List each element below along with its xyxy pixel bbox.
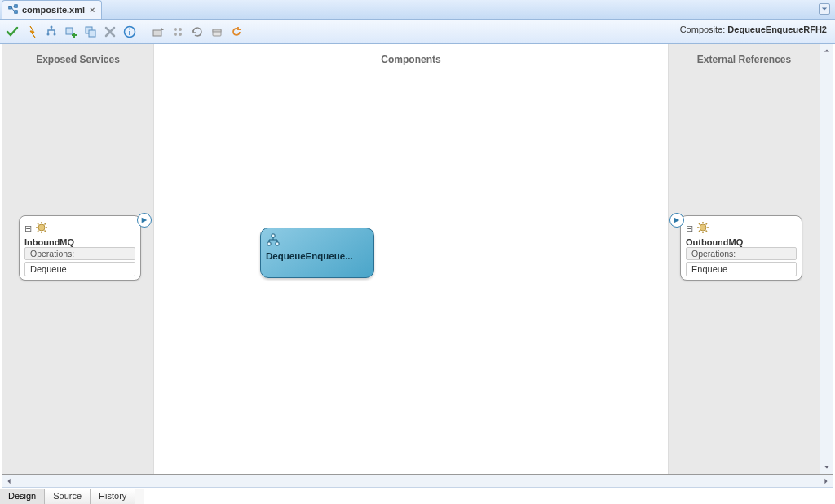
external-references-title: External References xyxy=(669,44,820,75)
svg-rect-20 xyxy=(272,234,275,237)
outbound-reference-box[interactable]: ⊟ OutboundMQ Operations: Enqueue xyxy=(680,215,802,281)
svg-point-15 xyxy=(174,33,177,36)
delete-button[interactable] xyxy=(103,24,117,39)
bpel-component-label: DequeueEnqueue... xyxy=(266,251,353,261)
scroll-down-arrow[interactable] xyxy=(820,461,833,474)
file-tab-label: composite.xml xyxy=(22,5,85,15)
adapter-gear-icon xyxy=(696,221,709,236)
outbound-ops-header: Operations: xyxy=(686,247,797,260)
outbound-reference-name: OutboundMQ xyxy=(686,237,797,247)
revert-button[interactable] xyxy=(229,24,244,39)
add-service-button[interactable] xyxy=(64,24,78,39)
composite-file-icon xyxy=(7,3,19,16)
horizontal-scrollbar[interactable] xyxy=(2,475,833,488)
editor-view-tabs: Design Source History xyxy=(0,489,144,504)
svg-rect-21 xyxy=(267,242,271,245)
svg-point-5 xyxy=(54,33,56,35)
vertical-scrollbar[interactable] xyxy=(820,44,833,474)
collapse-toggle[interactable]: ⊟ xyxy=(686,223,693,234)
refresh-button[interactable] xyxy=(190,24,205,39)
svg-point-14 xyxy=(179,28,182,31)
composite-prefix: Composite: xyxy=(680,24,726,34)
svg-rect-6 xyxy=(66,28,73,34)
bpel-component[interactable]: DequeueEnqueue... xyxy=(260,228,374,278)
exposed-services-lane[interactable]: Exposed Services ⊟ InboundMQ Operations:… xyxy=(2,44,154,474)
swimlanes: Exposed Services ⊟ InboundMQ Operations:… xyxy=(2,44,820,474)
composite-name: DequeueEnqueueRFH2 xyxy=(727,24,827,34)
svg-rect-0 xyxy=(9,7,12,10)
inbound-service-name: InboundMQ xyxy=(24,237,135,247)
tab-history[interactable]: History xyxy=(91,489,135,504)
copy-button[interactable] xyxy=(83,24,98,39)
svg-rect-18 xyxy=(213,29,221,32)
composite-editor: composite.xml × xyxy=(0,0,835,504)
bpel-process-icon xyxy=(266,233,369,250)
svg-point-23 xyxy=(700,224,706,231)
outbound-operation[interactable]: Enqueue xyxy=(686,262,797,276)
svg-point-4 xyxy=(47,33,50,35)
scroll-up-arrow[interactable] xyxy=(820,44,833,57)
design-canvas[interactable]: Exposed Services ⊟ InboundMQ Operations:… xyxy=(2,44,833,475)
test-button[interactable] xyxy=(24,24,39,39)
editor-toolbar: Composite: DequeueEnqueueRFH2 xyxy=(0,20,835,44)
tab-source[interactable]: Source xyxy=(45,489,91,504)
inbound-ops-header: Operations: xyxy=(24,247,135,260)
inbound-port-out[interactable] xyxy=(137,213,152,228)
configure-button[interactable] xyxy=(170,24,185,39)
scroll-right-arrow[interactable] xyxy=(820,475,833,487)
close-tab-icon[interactable]: × xyxy=(90,5,95,15)
components-lane[interactable]: Components DequeueEnqueue... xyxy=(154,44,668,474)
svg-rect-22 xyxy=(276,242,279,245)
inbound-operation[interactable]: Dequeue xyxy=(24,262,135,276)
adapter-gear-icon xyxy=(35,221,48,236)
svg-rect-10 xyxy=(129,31,130,35)
wire-button[interactable] xyxy=(44,24,59,39)
toolbar-separator xyxy=(144,24,144,39)
svg-point-16 xyxy=(179,33,182,36)
svg-point-19 xyxy=(38,224,45,231)
collapse-toggle[interactable]: ⊟ xyxy=(24,223,32,234)
deploy-button[interactable] xyxy=(151,24,166,39)
external-references-lane[interactable]: External References ⊟ OutboundMQ Operati… xyxy=(668,44,820,474)
tab-menu-dropdown[interactable] xyxy=(819,3,830,15)
outbound-port-in[interactable] xyxy=(669,213,684,228)
inbound-service-box[interactable]: ⊟ InboundMQ Operations: Dequeue xyxy=(19,215,141,281)
svg-rect-1 xyxy=(15,5,18,8)
svg-rect-8 xyxy=(89,30,95,37)
info-button[interactable] xyxy=(122,24,137,39)
tab-design[interactable]: Design xyxy=(0,489,45,504)
exposed-services-title: Exposed Services xyxy=(2,44,153,75)
scroll-left-arrow[interactable] xyxy=(2,475,15,487)
svg-rect-2 xyxy=(15,11,18,14)
svg-point-3 xyxy=(51,25,53,28)
composite-name-label: Composite: DequeueEnqueueRFH2 xyxy=(680,24,827,34)
editor-tab-bar: composite.xml × xyxy=(0,0,835,20)
package-button[interactable] xyxy=(210,24,224,39)
components-title: Components xyxy=(154,44,668,75)
svg-point-13 xyxy=(174,28,177,31)
svg-rect-12 xyxy=(153,30,161,36)
validate-button[interactable] xyxy=(5,24,20,39)
svg-point-11 xyxy=(129,28,130,29)
file-tab-composite[interactable]: composite.xml × xyxy=(2,0,102,19)
